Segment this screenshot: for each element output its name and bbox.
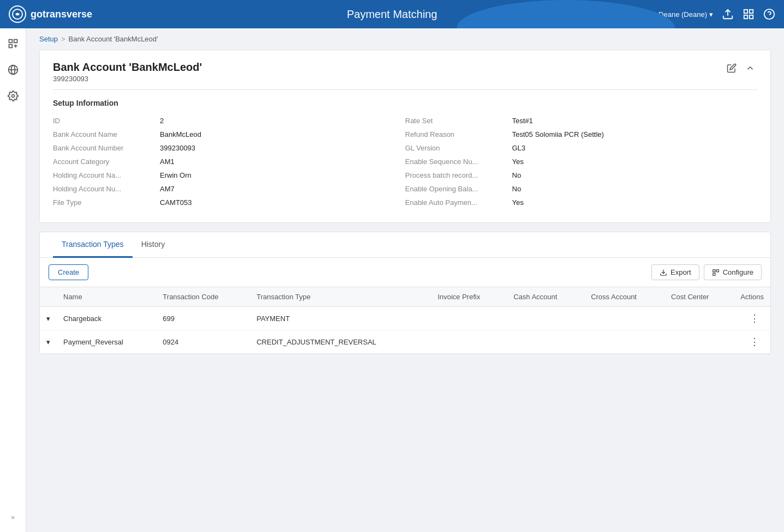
row-cash-account [507, 330, 584, 354]
tab-history[interactable]: History [133, 232, 174, 258]
info-value: BankMcLeod [160, 130, 201, 138]
info-label: Bank Account Name [53, 130, 151, 138]
info-label: Holding Account Nu... [53, 185, 151, 193]
svg-rect-19 [716, 269, 719, 271]
row-cross-account [584, 330, 665, 354]
row-name: Payment_Reversal [57, 330, 156, 354]
info-grid: ID2Bank Account NameBankMcLeodBank Accou… [53, 114, 757, 209]
bank-account-card: Bank Account 'BankMcLeod' 399230093 [39, 50, 771, 223]
create-button[interactable]: Create [49, 264, 88, 280]
row-actions: ⋮ [734, 307, 770, 330]
info-row: Process batch record...No [405, 168, 758, 182]
row-actions-menu[interactable]: ⋮ [745, 312, 764, 325]
info-value: Test05 Solomiia PCR (Settle) [512, 130, 604, 138]
breadcrumb-current: Bank Account 'BankMcLeod' [69, 35, 158, 43]
svg-rect-5 [750, 15, 753, 19]
info-row: Bank Account Number399230093 [53, 141, 405, 155]
help-icon[interactable] [763, 8, 775, 20]
logo-icon [9, 5, 26, 23]
configure-button[interactable]: Configure [704, 264, 762, 280]
upload-icon[interactable] [722, 8, 734, 20]
info-row: Account CategoryAM1 [53, 155, 405, 168]
svg-rect-10 [9, 45, 12, 48]
row-cash-account [507, 307, 584, 330]
card-header-info: Bank Account 'BankMcLeod' 399230093 [53, 61, 202, 83]
svg-rect-4 [744, 15, 747, 19]
row-actions-menu[interactable]: ⋮ [745, 335, 764, 348]
info-label: Enable Auto Paymen... [405, 198, 504, 207]
row-chevron[interactable]: ▾ [40, 307, 57, 330]
info-label: File Type [53, 198, 151, 207]
table-header [40, 287, 57, 307]
app-logo[interactable]: gotransverse [9, 5, 92, 23]
breadcrumb-setup[interactable]: Setup [39, 35, 58, 43]
row-invoice-prefix [431, 330, 507, 354]
info-row: Enable Sequence Nu...Yes [405, 155, 758, 168]
info-value: 399230093 [160, 144, 195, 152]
edit-button[interactable] [725, 61, 739, 75]
info-label: Bank Account Number [53, 144, 151, 152]
svg-rect-2 [744, 10, 747, 13]
sidebar-icon-document[interactable] [2, 33, 24, 55]
info-label: Account Category [53, 158, 151, 166]
toolbar-right: Export Configure [651, 264, 762, 280]
export-button[interactable]: Export [651, 264, 699, 280]
sidebar: » [0, 28, 26, 532]
row-transaction-code: 699 [156, 307, 250, 330]
app-name: gotransverse [31, 9, 92, 20]
table-header: Invoice Prefix [431, 287, 507, 307]
collapse-button[interactable] [743, 61, 757, 75]
info-label: Enable Sequence Nu... [405, 158, 504, 166]
card-subtitle: 399230093 [53, 75, 202, 83]
row-name: Chargeback [57, 307, 156, 330]
row-transaction-type: PAYMENT [250, 307, 431, 330]
sidebar-expand-btn[interactable]: » [11, 513, 15, 521]
info-value: Erwin Orn [160, 171, 191, 179]
info-value: Yes [512, 158, 524, 166]
sidebar-icon-settings[interactable] [2, 85, 24, 107]
sidebar-icon-globe[interactable] [2, 59, 24, 81]
grid-icon[interactable] [743, 8, 755, 20]
export-label: Export [671, 268, 691, 276]
info-value: Yes [512, 198, 524, 207]
setup-section: Setup Information ID2Bank Account NameBa… [40, 90, 770, 222]
row-transaction-code: 0924 [156, 330, 250, 354]
info-label: Holding Account Na... [53, 171, 151, 179]
info-label: Rate Set [405, 117, 504, 125]
row-actions: ⋮ [734, 330, 770, 354]
info-label: ID [53, 117, 151, 125]
info-value: AM7 [160, 185, 175, 193]
svg-rect-20 [713, 273, 715, 275]
table-header: Cross Account [584, 287, 665, 307]
table-header: Name [57, 287, 156, 307]
info-row: Holding Account Nu...AM7 [53, 182, 405, 196]
breadcrumb-sep: > [61, 35, 65, 43]
table-header: Transaction Type [250, 287, 431, 307]
info-row: Bank Account NameBankMcLeod [53, 128, 405, 141]
table-header: Transaction Code [156, 287, 250, 307]
row-cross-account [584, 307, 665, 330]
user-menu[interactable]: Daisy Deane (Deane) ▾ [639, 10, 713, 19]
info-row: GL VersionGL3 [405, 141, 758, 155]
info-row: Enable Opening Bala...No [405, 182, 758, 196]
card-header: Bank Account 'BankMcLeod' 399230093 [40, 50, 770, 89]
info-value: Test#1 [512, 117, 533, 125]
row-chevron[interactable]: ▾ [40, 330, 57, 354]
tab-transaction-types[interactable]: Transaction Types [53, 232, 133, 258]
table-header: Actions [734, 287, 770, 307]
info-row: ID2 [53, 114, 405, 128]
breadcrumb: Setup > Bank Account 'BankMcLeod' [39, 35, 771, 43]
info-label: Enable Opening Bala... [405, 185, 504, 193]
row-cost-center [665, 330, 734, 354]
info-label: Refund Reason [405, 130, 504, 138]
svg-rect-8 [9, 40, 12, 43]
info-value: GL3 [512, 144, 526, 152]
row-cost-center [665, 307, 734, 330]
info-value: No [512, 185, 522, 193]
table-toolbar: Create Export [40, 258, 770, 287]
svg-rect-9 [14, 40, 17, 43]
info-row: File TypeCAMT053 [53, 196, 405, 209]
row-transaction-type: CREDIT_ADJUSTMENT_REVERSAL [250, 330, 431, 354]
transaction-table: NameTransaction CodeTransaction TypeInvo… [40, 287, 770, 354]
table-row: ▾ Chargeback 699 PAYMENT ⋮ [40, 307, 770, 330]
